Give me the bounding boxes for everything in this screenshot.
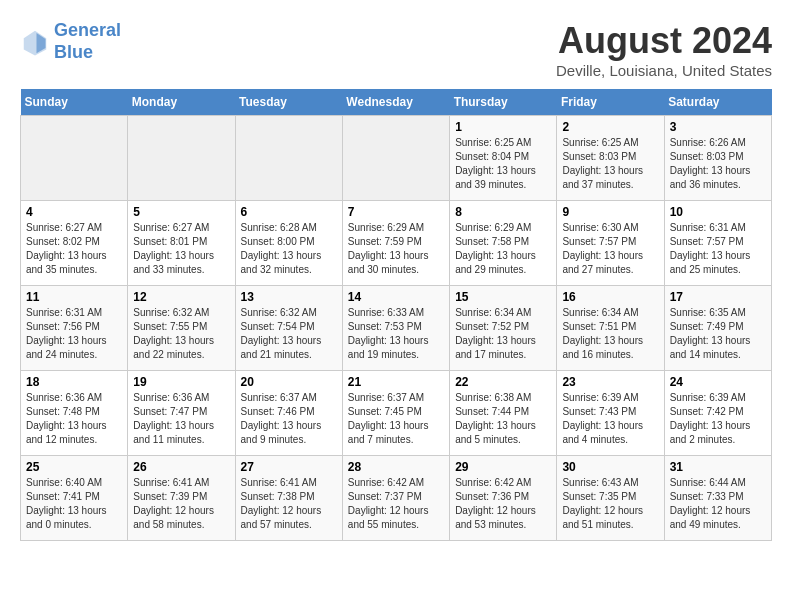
logo-icon: [20, 27, 50, 57]
col-thursday: Thursday: [450, 89, 557, 116]
day-info: Sunrise: 6:37 AMSunset: 7:46 PMDaylight:…: [241, 391, 337, 447]
day-number: 28: [348, 460, 444, 474]
day-info: Sunrise: 6:36 AMSunset: 7:48 PMDaylight:…: [26, 391, 122, 447]
col-wednesday: Wednesday: [342, 89, 449, 116]
day-number: 3: [670, 120, 766, 134]
calendar-header-row: Sunday Monday Tuesday Wednesday Thursday…: [21, 89, 772, 116]
day-info: Sunrise: 6:35 AMSunset: 7:49 PMDaylight:…: [670, 306, 766, 362]
day-info: Sunrise: 6:30 AMSunset: 7:57 PMDaylight:…: [562, 221, 658, 277]
day-number: 22: [455, 375, 551, 389]
location: Deville, Louisiana, United States: [556, 62, 772, 79]
logo-general: General: [54, 20, 121, 40]
day-number: 25: [26, 460, 122, 474]
table-row: 31Sunrise: 6:44 AMSunset: 7:33 PMDayligh…: [664, 456, 771, 541]
day-number: 4: [26, 205, 122, 219]
month-title: August 2024: [556, 20, 772, 62]
table-row: 7Sunrise: 6:29 AMSunset: 7:59 PMDaylight…: [342, 201, 449, 286]
table-row: 14Sunrise: 6:33 AMSunset: 7:53 PMDayligh…: [342, 286, 449, 371]
table-row: 2Sunrise: 6:25 AMSunset: 8:03 PMDaylight…: [557, 116, 664, 201]
day-number: 2: [562, 120, 658, 134]
day-number: 20: [241, 375, 337, 389]
day-info: Sunrise: 6:31 AMSunset: 7:57 PMDaylight:…: [670, 221, 766, 277]
table-row: 8Sunrise: 6:29 AMSunset: 7:58 PMDaylight…: [450, 201, 557, 286]
day-number: 10: [670, 205, 766, 219]
day-number: 5: [133, 205, 229, 219]
table-row: 20Sunrise: 6:37 AMSunset: 7:46 PMDayligh…: [235, 371, 342, 456]
day-number: 27: [241, 460, 337, 474]
calendar-week-row: 25Sunrise: 6:40 AMSunset: 7:41 PMDayligh…: [21, 456, 772, 541]
calendar-week-row: 18Sunrise: 6:36 AMSunset: 7:48 PMDayligh…: [21, 371, 772, 456]
day-info: Sunrise: 6:37 AMSunset: 7:45 PMDaylight:…: [348, 391, 444, 447]
table-row: 16Sunrise: 6:34 AMSunset: 7:51 PMDayligh…: [557, 286, 664, 371]
table-row: 24Sunrise: 6:39 AMSunset: 7:42 PMDayligh…: [664, 371, 771, 456]
day-info: Sunrise: 6:41 AMSunset: 7:38 PMDaylight:…: [241, 476, 337, 532]
logo: General Blue: [20, 20, 121, 63]
table-row: 30Sunrise: 6:43 AMSunset: 7:35 PMDayligh…: [557, 456, 664, 541]
day-number: 7: [348, 205, 444, 219]
day-info: Sunrise: 6:39 AMSunset: 7:43 PMDaylight:…: [562, 391, 658, 447]
table-row: 4Sunrise: 6:27 AMSunset: 8:02 PMDaylight…: [21, 201, 128, 286]
table-row: 11Sunrise: 6:31 AMSunset: 7:56 PMDayligh…: [21, 286, 128, 371]
day-number: 13: [241, 290, 337, 304]
day-number: 24: [670, 375, 766, 389]
table-row: 15Sunrise: 6:34 AMSunset: 7:52 PMDayligh…: [450, 286, 557, 371]
table-row: 13Sunrise: 6:32 AMSunset: 7:54 PMDayligh…: [235, 286, 342, 371]
table-row: 27Sunrise: 6:41 AMSunset: 7:38 PMDayligh…: [235, 456, 342, 541]
day-info: Sunrise: 6:40 AMSunset: 7:41 PMDaylight:…: [26, 476, 122, 532]
col-friday: Friday: [557, 89, 664, 116]
day-info: Sunrise: 6:43 AMSunset: 7:35 PMDaylight:…: [562, 476, 658, 532]
table-row: 9Sunrise: 6:30 AMSunset: 7:57 PMDaylight…: [557, 201, 664, 286]
day-info: Sunrise: 6:32 AMSunset: 7:55 PMDaylight:…: [133, 306, 229, 362]
day-info: Sunrise: 6:28 AMSunset: 8:00 PMDaylight:…: [241, 221, 337, 277]
table-row: 29Sunrise: 6:42 AMSunset: 7:36 PMDayligh…: [450, 456, 557, 541]
col-monday: Monday: [128, 89, 235, 116]
day-number: 30: [562, 460, 658, 474]
day-number: 31: [670, 460, 766, 474]
table-row: 10Sunrise: 6:31 AMSunset: 7:57 PMDayligh…: [664, 201, 771, 286]
table-row: 1Sunrise: 6:25 AMSunset: 8:04 PMDaylight…: [450, 116, 557, 201]
day-number: 21: [348, 375, 444, 389]
table-row: [21, 116, 128, 201]
day-info: Sunrise: 6:32 AMSunset: 7:54 PMDaylight:…: [241, 306, 337, 362]
table-row: 6Sunrise: 6:28 AMSunset: 8:00 PMDaylight…: [235, 201, 342, 286]
calendar-week-row: 4Sunrise: 6:27 AMSunset: 8:02 PMDaylight…: [21, 201, 772, 286]
day-number: 16: [562, 290, 658, 304]
logo-blue: Blue: [54, 42, 93, 62]
day-number: 12: [133, 290, 229, 304]
day-number: 29: [455, 460, 551, 474]
day-number: 8: [455, 205, 551, 219]
table-row: 19Sunrise: 6:36 AMSunset: 7:47 PMDayligh…: [128, 371, 235, 456]
table-row: 18Sunrise: 6:36 AMSunset: 7:48 PMDayligh…: [21, 371, 128, 456]
day-number: 14: [348, 290, 444, 304]
table-row: 25Sunrise: 6:40 AMSunset: 7:41 PMDayligh…: [21, 456, 128, 541]
table-row: 22Sunrise: 6:38 AMSunset: 7:44 PMDayligh…: [450, 371, 557, 456]
day-info: Sunrise: 6:33 AMSunset: 7:53 PMDaylight:…: [348, 306, 444, 362]
day-number: 6: [241, 205, 337, 219]
table-row: [342, 116, 449, 201]
day-info: Sunrise: 6:31 AMSunset: 7:56 PMDaylight:…: [26, 306, 122, 362]
page-header: General Blue August 2024 Deville, Louisi…: [20, 20, 772, 79]
table-row: 21Sunrise: 6:37 AMSunset: 7:45 PMDayligh…: [342, 371, 449, 456]
day-info: Sunrise: 6:27 AMSunset: 8:01 PMDaylight:…: [133, 221, 229, 277]
day-number: 19: [133, 375, 229, 389]
day-info: Sunrise: 6:25 AMSunset: 8:03 PMDaylight:…: [562, 136, 658, 192]
day-info: Sunrise: 6:34 AMSunset: 7:52 PMDaylight:…: [455, 306, 551, 362]
table-row: 26Sunrise: 6:41 AMSunset: 7:39 PMDayligh…: [128, 456, 235, 541]
day-info: Sunrise: 6:34 AMSunset: 7:51 PMDaylight:…: [562, 306, 658, 362]
day-number: 26: [133, 460, 229, 474]
day-info: Sunrise: 6:36 AMSunset: 7:47 PMDaylight:…: [133, 391, 229, 447]
table-row: [235, 116, 342, 201]
day-info: Sunrise: 6:26 AMSunset: 8:03 PMDaylight:…: [670, 136, 766, 192]
day-number: 17: [670, 290, 766, 304]
day-info: Sunrise: 6:29 AMSunset: 7:59 PMDaylight:…: [348, 221, 444, 277]
table-row: 3Sunrise: 6:26 AMSunset: 8:03 PMDaylight…: [664, 116, 771, 201]
table-row: 28Sunrise: 6:42 AMSunset: 7:37 PMDayligh…: [342, 456, 449, 541]
table-row: 5Sunrise: 6:27 AMSunset: 8:01 PMDaylight…: [128, 201, 235, 286]
table-row: 23Sunrise: 6:39 AMSunset: 7:43 PMDayligh…: [557, 371, 664, 456]
day-info: Sunrise: 6:38 AMSunset: 7:44 PMDaylight:…: [455, 391, 551, 447]
day-info: Sunrise: 6:39 AMSunset: 7:42 PMDaylight:…: [670, 391, 766, 447]
calendar-table: Sunday Monday Tuesday Wednesday Thursday…: [20, 89, 772, 541]
day-info: Sunrise: 6:41 AMSunset: 7:39 PMDaylight:…: [133, 476, 229, 532]
col-saturday: Saturday: [664, 89, 771, 116]
day-number: 23: [562, 375, 658, 389]
